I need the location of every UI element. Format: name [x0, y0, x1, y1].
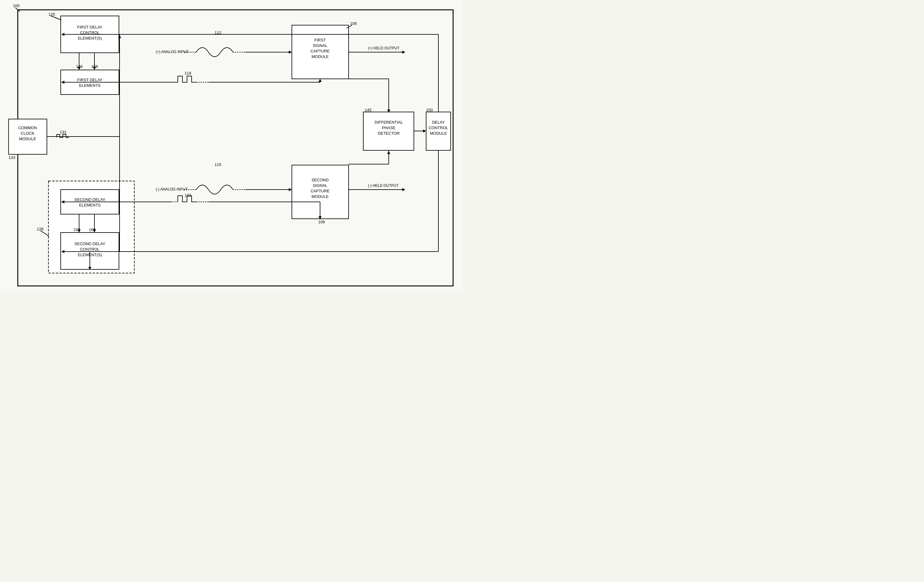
first-delay-elem-l1: FIRST DELAY [77, 78, 103, 82]
ref-145: 145 [365, 108, 371, 112]
ref-115: 115 [214, 162, 221, 167]
arrow-first-held [402, 51, 405, 54]
delay-ctrl-l2: CONTROL [429, 126, 448, 130]
second-signal-l3: CAPTURE [310, 188, 330, 193]
common-clock-label3: MODULE [19, 137, 36, 141]
ref-118: 118 [185, 71, 191, 76]
delay-ctrl-l3: MODULE [430, 131, 447, 136]
arrow-second-held [402, 188, 405, 191]
diff-phase-l3: DETECTOR [378, 131, 399, 136]
first-delay-ctrl-l3: ELEMENT(S) [78, 36, 102, 40]
pulse-118 [178, 76, 196, 82]
first-signal-l4: MODULE [312, 54, 328, 59]
ref-106: 106 [350, 21, 357, 26]
second-delay-ctrl-l2: CONTROL [80, 247, 100, 251]
diff-phase-l1: DIFFERENTIAL [375, 120, 403, 124]
arrow-analog-to-second [289, 188, 292, 191]
plus-held-label: (+) HELD OUTPUT [368, 46, 400, 50]
arrow-analog-to-first [289, 51, 292, 54]
arrow-second-to-diff [387, 151, 390, 154]
second-signal-l1: SECOND [312, 178, 328, 182]
first-signal-l1: FIRST [314, 38, 326, 42]
sine-wave-112 [196, 48, 233, 57]
ref-100: 100 [13, 3, 20, 8]
ref-128: 128 [37, 227, 43, 231]
first-signal-l3: CAPTURE [310, 49, 330, 53]
first-signal-l2: SIGNAL [313, 43, 327, 48]
second-signal-l4: MODULE [312, 194, 328, 199]
ref-150: 150 [426, 108, 433, 112]
diagram-container: 100 COMMON CLOCK MODULE 133 131 FIRST DE… [0, 0, 462, 291]
sine-wave-115 [196, 185, 233, 194]
second-delay-elem-l1: SECOND DELAY [74, 197, 106, 202]
pulse-122 [178, 196, 196, 202]
delay-ctrl-l1: DELAY [432, 120, 445, 124]
ref-133: 133 [8, 155, 15, 160]
second-signal-l2: SIGNAL [313, 183, 327, 188]
second-delay-elem-l2: ELEMENTS [79, 203, 101, 207]
second-delay-ctrl-l1: SECOND DELAY [74, 241, 106, 246]
clock-waveform-top [57, 134, 69, 137]
ref-122: 122 [185, 193, 191, 198]
ref125-arrow [51, 16, 61, 20]
first-delay-ctrl-l1: FIRST DELAY [77, 25, 103, 30]
common-clock-label: COMMON [18, 126, 37, 130]
ref-109: 109 [318, 220, 325, 224]
ref128-arrow [40, 231, 49, 236]
arrow-diff-to-delay [423, 129, 426, 132]
minus-analog-label: (-) ANALOG INPUT [156, 187, 188, 192]
arrow-to-first-capture-clock [318, 79, 322, 82]
minus-held-label: (-) HELD OUTPUT [368, 184, 399, 188]
diff-phase-l2: PHASE [382, 126, 396, 130]
first-delay-elem-l2: ELEMENTS [79, 83, 101, 88]
ref-131: 131 [60, 130, 66, 134]
common-clock-label2: CLOCK [21, 131, 35, 136]
plus-analog-label: (+) ANALOG INPUT [156, 50, 189, 54]
